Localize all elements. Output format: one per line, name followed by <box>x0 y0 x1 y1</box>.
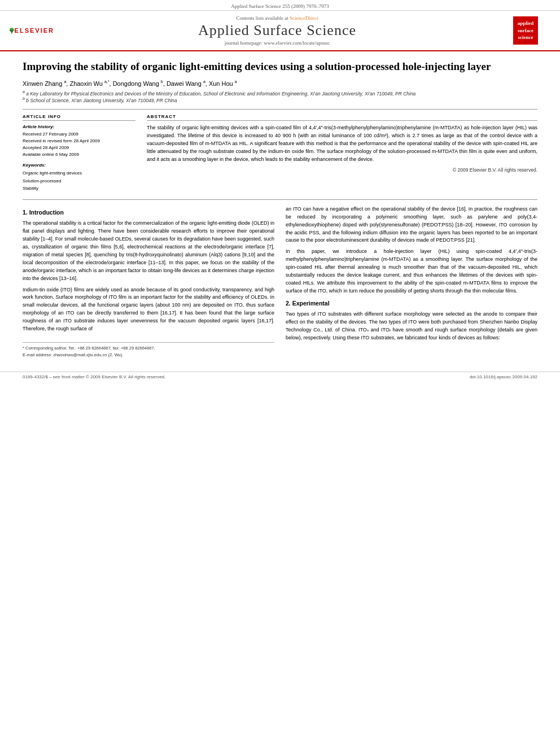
body-para1: The operational stability is a critical … <box>23 220 274 283</box>
body-para4: In this paper, we introduce a hole-injec… <box>286 248 537 295</box>
body-para5: Two types of ITO substrates with differe… <box>286 311 537 342</box>
elsevier-tree-icon <box>9 20 15 41</box>
affiliations: a a Key Laboratory for Physical Electron… <box>23 90 537 103</box>
svg-point-6 <box>12 28 14 29</box>
body-para2: Indium-tin oxide (ITO) films are widely … <box>23 286 274 334</box>
received-date: Received 27 February 2009 <box>23 131 135 138</box>
journal-reference: Applied Surface Science 255 (2009) 7970–… <box>231 3 329 9</box>
accepted-date: Accepted 28 April 2009 <box>23 145 135 151</box>
section2-heading: 2. Experimental <box>286 299 537 308</box>
body-right-col: an ITO can have a negative effect on the… <box>286 206 537 359</box>
journal-header: ELSEVIER Contents lists available at Sci… <box>0 11 560 51</box>
divider-body <box>23 199 537 200</box>
journal-title: Applied Surface Science <box>54 22 500 39</box>
received-revised-date: Received in revised form 28 April 2009 <box>23 138 135 145</box>
email-note: E-mail address: zhaoxinwu@mail.xjtu.edu.… <box>23 352 274 359</box>
abstract-text: The stability of organic light-emitting … <box>147 124 537 164</box>
journal-center: Contents lists available at ScienceDirec… <box>54 15 500 46</box>
abstract-heading: ABSTRACT <box>147 114 537 121</box>
affiliation-b: b b School of Science, Xi'an Jiaotong Un… <box>23 98 177 103</box>
footnote-area: * Corresponding author. Tel.: +86 29 826… <box>23 342 274 358</box>
article-info-heading: ARTICLE INFO <box>23 114 135 121</box>
keywords-label: Keywords: <box>23 163 135 168</box>
divider-top <box>23 109 537 110</box>
sciencedirect-line: Contents lists available at ScienceDirec… <box>54 15 500 21</box>
affiliation-a: a a Key Laboratory for Physical Electron… <box>23 91 415 97</box>
body-left-col: 1. Introduction The operational stabilit… <box>23 206 274 359</box>
corresponding-author-note: * Corresponding author. Tel.: +86 29 826… <box>23 345 274 352</box>
journal-homepage: journal homepage: www.elsevier.com/locat… <box>54 40 500 46</box>
bottom-bar: 0169-4332/$ – see front matter © 2009 El… <box>0 372 560 382</box>
keyword-1: Organic light-emitting devices <box>23 169 135 177</box>
section1-heading: 1. Introduction <box>23 208 274 217</box>
elsevier-logo-area: ELSEVIER <box>9 20 54 41</box>
main-content: Improving the stability of organic light… <box>0 51 560 366</box>
keyword-3: Stability <box>23 185 135 193</box>
history-label: Article history: <box>23 124 135 129</box>
available-date: Available online 6 May 2009 <box>23 151 135 158</box>
doi-text: doi:10.1016/j.apsusc.2009.04.192 <box>470 374 537 379</box>
keyword-2: Solution-processed <box>23 177 135 185</box>
body-para3: an ITO can have a negative effect on the… <box>286 206 537 245</box>
sciencedirect-link[interactable]: ScienceDirect <box>290 15 318 21</box>
authors-line: Xinwen Zhang a, Zhaoxin Wu a,*, Dongdong… <box>23 80 537 87</box>
contents-text: Contents lists available at <box>237 15 288 21</box>
copyright-line: © 2009 Elsevier B.V. All rights reserved… <box>147 167 537 173</box>
abstract-col: ABSTRACT The stability of organic light-… <box>147 114 537 193</box>
elsevier-name: ELSEVIER <box>15 27 54 34</box>
journal-logo-box: applied surface science <box>500 16 551 45</box>
issn-text: 0169-4332/$ – see front matter © 2009 El… <box>23 374 165 379</box>
body-section: 1. Introduction The operational stabilit… <box>23 206 537 359</box>
article-title: Improving the stability of organic light… <box>23 59 537 74</box>
top-bar: Applied Surface Science 255 (2009) 7970–… <box>0 0 560 11</box>
info-abstract-section: ARTICLE INFO Article history: Received 2… <box>23 114 537 193</box>
svg-point-5 <box>10 28 12 29</box>
journal-logo-text: applied surface science <box>513 16 539 45</box>
elsevier-name-block: ELSEVIER <box>15 27 54 34</box>
article-info-col: ARTICLE INFO Article history: Received 2… <box>23 114 135 193</box>
